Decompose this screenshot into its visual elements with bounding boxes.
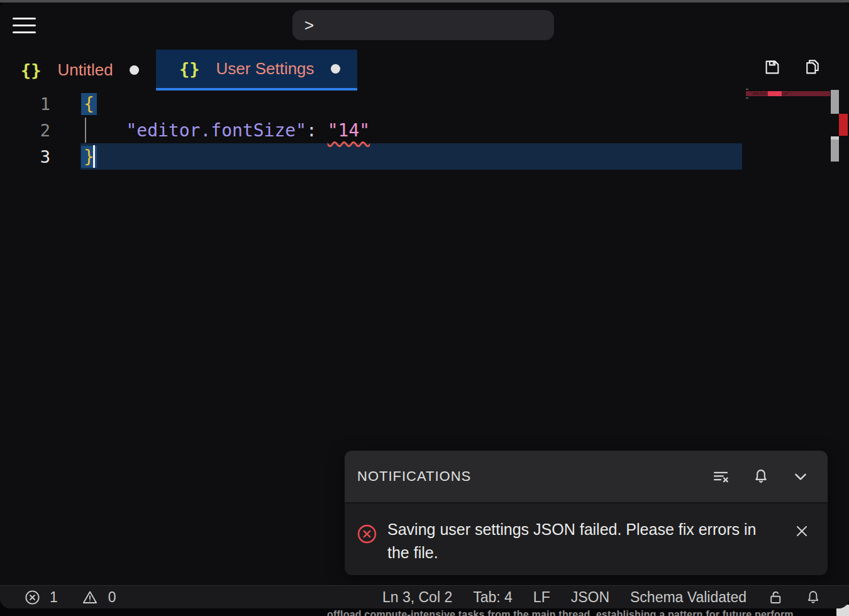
error-circle-icon	[24, 589, 41, 606]
notification-item: Saving user settings JSON failed. Please…	[345, 505, 828, 575]
chevron-down-icon[interactable]	[791, 467, 810, 486]
property-token: "editor.fontSize"	[126, 120, 306, 141]
unlock-icon[interactable]	[767, 589, 784, 606]
line-number: 2	[0, 121, 50, 140]
schema-validated-status[interactable]: Schema Validated	[630, 589, 746, 606]
minimap-line-mark	[746, 89, 748, 90]
tab-untitled[interactable]: {} Untitled	[0, 50, 156, 91]
scrollbar-thumb[interactable]	[831, 140, 839, 162]
command-palette-input[interactable]: >	[292, 10, 554, 40]
status-bar: 1 0 Ln 3, Col 2 Tab: 4 LF JSON Schema Va…	[0, 585, 849, 608]
space	[317, 120, 328, 141]
background-text: offload compute-intensive tasks from the…	[327, 609, 794, 616]
json-file-icon: {}	[179, 59, 200, 79]
warning-count: 0	[108, 589, 116, 606]
unsaved-dot-icon[interactable]	[331, 64, 340, 74]
json-file-icon: {}	[21, 60, 42, 80]
value-token-with-error-squiggle: "14"	[328, 120, 370, 141]
menu-hamburger-icon[interactable]	[13, 18, 36, 34]
scrollbar-thumb[interactable]	[831, 90, 839, 114]
language-mode-status[interactable]: JSON	[571, 589, 609, 606]
eol-status[interactable]: LF	[533, 589, 550, 606]
close-notification-icon[interactable]	[794, 524, 809, 539]
unsaved-dot-icon[interactable]	[130, 65, 139, 75]
minimap[interactable]	[746, 87, 830, 169]
error-count: 1	[50, 589, 58, 606]
minimap-line-mark	[746, 97, 748, 99]
cursor-position-status[interactable]: Ln 3, Col 2	[382, 589, 452, 606]
warning-triangle-icon	[80, 589, 99, 606]
notifications-header: NOTIFICATIONS	[345, 451, 828, 503]
screen: offload compute-intensive tasks from the…	[0, 0, 849, 616]
code-line-2[interactable]: 2 "editor.fontSize": "14"	[0, 117, 830, 143]
clear-all-notifications-icon[interactable]	[711, 467, 731, 486]
overview-ruler-error-marker	[839, 114, 848, 136]
bell-icon[interactable]	[805, 589, 821, 606]
tab-user-settings[interactable]: {} User Settings	[156, 50, 357, 91]
minimap-error-highlight	[768, 91, 782, 96]
tab-size-status[interactable]: Tab: 4	[473, 589, 513, 606]
line-number: 3	[0, 147, 50, 167]
minimap-error-line[interactable]: "editor.fontSize":	[746, 91, 830, 96]
indent-spaces	[84, 120, 126, 141]
problems-indicator[interactable]: 1 0	[24, 589, 116, 606]
tab-label: Untitled	[58, 60, 113, 80]
background-page-text: offload compute-intensive tasks from the…	[0, 608, 849, 616]
code-line-3[interactable]: 3 }	[0, 143, 830, 170]
code-line-1[interactable]: 1 {	[0, 91, 830, 117]
open-brace-token: {	[81, 93, 97, 115]
tab-label: User Settings	[216, 59, 314, 79]
bell-icon[interactable]	[752, 467, 770, 486]
command-prompt-character: >	[304, 16, 314, 35]
tab-bar: {} Untitled {} User Settings	[0, 50, 849, 91]
text-cursor-caret	[93, 145, 95, 168]
notifications-title: NOTIFICATIONS	[357, 468, 471, 485]
notification-message: Saving user settings JSON failed. Please…	[387, 518, 780, 564]
editor-app-window: > {} Untitled {} User Setting	[0, 3, 849, 608]
error-circle-icon	[356, 523, 378, 545]
line-number: 1	[0, 94, 50, 114]
notifications-panel: NOTIFICATIONS	[345, 451, 828, 575]
colon-token: :	[306, 120, 317, 141]
